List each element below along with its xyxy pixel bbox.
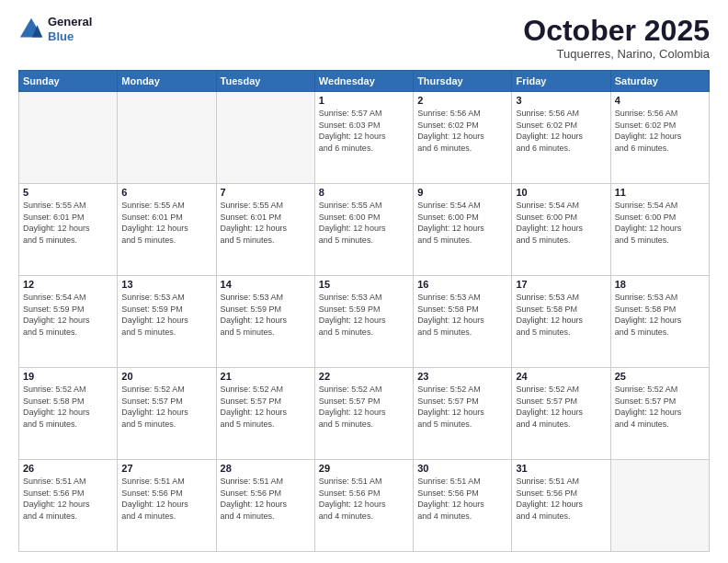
day-info: Sunrise: 5:53 AM Sunset: 5:58 PM Dayligh…: [417, 292, 507, 338]
day-info: Sunrise: 5:51 AM Sunset: 5:56 PM Dayligh…: [23, 476, 113, 522]
day-info: Sunrise: 5:55 AM Sunset: 6:00 PM Dayligh…: [319, 200, 409, 246]
day-info: Sunrise: 5:53 AM Sunset: 5:58 PM Dayligh…: [615, 292, 705, 338]
day-number: 27: [121, 463, 211, 474]
calendar-day-cell: 10Sunrise: 5:54 AM Sunset: 6:00 PM Dayli…: [512, 184, 610, 276]
day-number: 9: [417, 187, 507, 198]
page: General Blue October 2025 Tuquerres, Nar…: [0, 0, 728, 563]
calendar-day-cell: 6Sunrise: 5:55 AM Sunset: 6:01 PM Daylig…: [118, 184, 216, 276]
logo: General Blue: [18, 15, 92, 43]
day-number: 4: [615, 95, 705, 106]
calendar-day-cell: 24Sunrise: 5:52 AM Sunset: 5:57 PM Dayli…: [512, 368, 610, 460]
location: Tuquerres, Narino, Colombia: [523, 47, 710, 61]
weekday-header: Monday: [118, 71, 216, 92]
day-info: Sunrise: 5:51 AM Sunset: 5:56 PM Dayligh…: [319, 476, 409, 522]
day-number: 16: [417, 279, 507, 290]
day-info: Sunrise: 5:51 AM Sunset: 5:56 PM Dayligh…: [121, 476, 211, 522]
day-info: Sunrise: 5:54 AM Sunset: 5:59 PM Dayligh…: [23, 292, 113, 338]
day-number: 17: [516, 279, 606, 290]
calendar-day-cell: 12Sunrise: 5:54 AM Sunset: 5:59 PM Dayli…: [19, 276, 118, 368]
day-number: 15: [319, 279, 409, 290]
day-info: Sunrise: 5:51 AM Sunset: 5:56 PM Dayligh…: [516, 476, 606, 522]
calendar-day-cell: 21Sunrise: 5:52 AM Sunset: 5:57 PM Dayli…: [216, 368, 314, 460]
day-number: 23: [417, 371, 507, 382]
day-info: Sunrise: 5:51 AM Sunset: 5:56 PM Dayligh…: [221, 476, 311, 522]
calendar-day-cell: 16Sunrise: 5:53 AM Sunset: 5:58 PM Dayli…: [414, 276, 512, 368]
day-number: 5: [23, 187, 113, 198]
weekday-header: Wednesday: [314, 71, 413, 92]
day-info: Sunrise: 5:53 AM Sunset: 5:58 PM Dayligh…: [516, 292, 606, 338]
day-info: Sunrise: 5:57 AM Sunset: 6:03 PM Dayligh…: [319, 108, 409, 154]
day-info: Sunrise: 5:53 AM Sunset: 5:59 PM Dayligh…: [319, 292, 409, 338]
day-info: Sunrise: 5:52 AM Sunset: 5:57 PM Dayligh…: [221, 384, 311, 430]
calendar-day-cell: 9Sunrise: 5:54 AM Sunset: 6:00 PM Daylig…: [414, 184, 512, 276]
calendar-day-cell: 17Sunrise: 5:53 AM Sunset: 5:58 PM Dayli…: [512, 276, 610, 368]
day-number: 26: [23, 463, 113, 474]
month-title: October 2025: [523, 15, 710, 47]
calendar-day-cell: 2Sunrise: 5:56 AM Sunset: 6:02 PM Daylig…: [414, 92, 512, 184]
day-number: 25: [615, 371, 705, 382]
calendar-day-cell: 1Sunrise: 5:57 AM Sunset: 6:03 PM Daylig…: [314, 92, 413, 184]
calendar-day-cell: 7Sunrise: 5:55 AM Sunset: 6:01 PM Daylig…: [216, 184, 314, 276]
weekday-header: Friday: [512, 71, 610, 92]
calendar-day-cell: [216, 92, 314, 184]
day-number: 19: [23, 371, 113, 382]
day-info: Sunrise: 5:55 AM Sunset: 6:01 PM Dayligh…: [221, 200, 311, 246]
day-number: 24: [516, 371, 606, 382]
day-number: 3: [516, 95, 606, 106]
day-number: 11: [615, 187, 705, 198]
day-number: 30: [417, 463, 507, 474]
day-number: 13: [121, 279, 211, 290]
calendar-header-row: SundayMondayTuesdayWednesdayThursdayFrid…: [19, 71, 710, 92]
calendar-day-cell: 18Sunrise: 5:53 AM Sunset: 5:58 PM Dayli…: [610, 276, 709, 368]
day-number: 8: [319, 187, 409, 198]
calendar-day-cell: [19, 92, 118, 184]
day-number: 22: [319, 371, 409, 382]
weekday-header: Sunday: [19, 71, 118, 92]
day-info: Sunrise: 5:54 AM Sunset: 6:00 PM Dayligh…: [615, 200, 705, 246]
calendar-day-cell: 22Sunrise: 5:52 AM Sunset: 5:57 PM Dayli…: [314, 368, 413, 460]
day-info: Sunrise: 5:53 AM Sunset: 5:59 PM Dayligh…: [121, 292, 211, 338]
calendar-day-cell: [118, 92, 216, 184]
calendar-day-cell: 14Sunrise: 5:53 AM Sunset: 5:59 PM Dayli…: [216, 276, 314, 368]
calendar-day-cell: [610, 460, 709, 552]
day-info: Sunrise: 5:54 AM Sunset: 6:00 PM Dayligh…: [417, 200, 507, 246]
day-number: 31: [516, 463, 606, 474]
calendar-week-row: 26Sunrise: 5:51 AM Sunset: 5:56 PM Dayli…: [19, 460, 710, 552]
calendar-day-cell: 13Sunrise: 5:53 AM Sunset: 5:59 PM Dayli…: [118, 276, 216, 368]
weekday-header: Thursday: [414, 71, 512, 92]
day-number: 28: [221, 463, 311, 474]
day-info: Sunrise: 5:52 AM Sunset: 5:57 PM Dayligh…: [516, 384, 606, 430]
calendar-day-cell: 27Sunrise: 5:51 AM Sunset: 5:56 PM Dayli…: [118, 460, 216, 552]
calendar-day-cell: 3Sunrise: 5:56 AM Sunset: 6:02 PM Daylig…: [512, 92, 610, 184]
calendar-day-cell: 5Sunrise: 5:55 AM Sunset: 6:01 PM Daylig…: [19, 184, 118, 276]
day-info: Sunrise: 5:51 AM Sunset: 5:56 PM Dayligh…: [417, 476, 507, 522]
calendar-week-row: 12Sunrise: 5:54 AM Sunset: 5:59 PM Dayli…: [19, 276, 710, 368]
day-number: 6: [121, 187, 211, 198]
calendar-day-cell: 23Sunrise: 5:52 AM Sunset: 5:57 PM Dayli…: [414, 368, 512, 460]
logo-text: General Blue: [48, 15, 92, 43]
calendar-day-cell: 31Sunrise: 5:51 AM Sunset: 5:56 PM Dayli…: [512, 460, 610, 552]
day-info: Sunrise: 5:52 AM Sunset: 5:57 PM Dayligh…: [615, 384, 705, 430]
logo-blue: Blue: [48, 29, 92, 44]
day-number: 29: [319, 463, 409, 474]
day-number: 18: [615, 279, 705, 290]
calendar-day-cell: 11Sunrise: 5:54 AM Sunset: 6:00 PM Dayli…: [610, 184, 709, 276]
day-info: Sunrise: 5:56 AM Sunset: 6:02 PM Dayligh…: [516, 108, 606, 154]
day-info: Sunrise: 5:52 AM Sunset: 5:57 PM Dayligh…: [121, 384, 211, 430]
day-info: Sunrise: 5:56 AM Sunset: 6:02 PM Dayligh…: [417, 108, 507, 154]
calendar-day-cell: 19Sunrise: 5:52 AM Sunset: 5:58 PM Dayli…: [19, 368, 118, 460]
calendar-day-cell: 29Sunrise: 5:51 AM Sunset: 5:56 PM Dayli…: [314, 460, 413, 552]
day-number: 21: [221, 371, 311, 382]
weekday-header: Tuesday: [216, 71, 314, 92]
day-number: 2: [417, 95, 507, 106]
day-info: Sunrise: 5:52 AM Sunset: 5:57 PM Dayligh…: [417, 384, 507, 430]
logo-icon: [18, 17, 44, 42]
weekday-header: Saturday: [610, 71, 709, 92]
calendar-day-cell: 15Sunrise: 5:53 AM Sunset: 5:59 PM Dayli…: [314, 276, 413, 368]
calendar-day-cell: 30Sunrise: 5:51 AM Sunset: 5:56 PM Dayli…: [414, 460, 512, 552]
header: General Blue October 2025 Tuquerres, Nar…: [18, 15, 710, 61]
day-number: 1: [319, 95, 409, 106]
day-number: 14: [221, 279, 311, 290]
calendar-day-cell: 28Sunrise: 5:51 AM Sunset: 5:56 PM Dayli…: [216, 460, 314, 552]
day-info: Sunrise: 5:54 AM Sunset: 6:00 PM Dayligh…: [516, 200, 606, 246]
